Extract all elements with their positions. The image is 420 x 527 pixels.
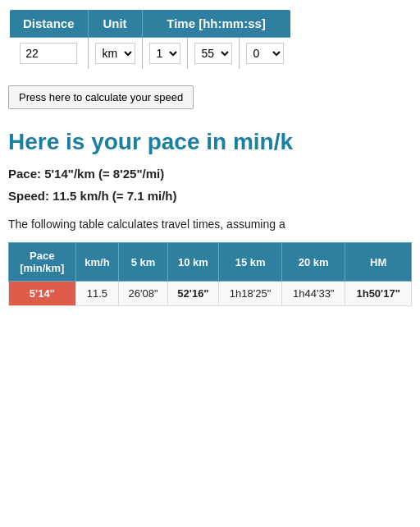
table-cell: 5'14" [9, 282, 76, 306]
input-table: Distance Unit Time [hh:mm:ss] km mi 0 1 … [8, 8, 292, 71]
results-table: Pace [min/km] km/h 5 km 10 km 15 km 20 k… [8, 242, 412, 306]
distance-cell [9, 38, 88, 71]
hours-cell: 0 1 2 3 [142, 38, 187, 71]
minutes-select[interactable]: 0 5 10 15 20 25 30 35 40 45 50 55 [194, 43, 232, 64]
hours-select[interactable]: 0 1 2 3 [149, 43, 180, 64]
pace-line: Pace: 5'14"/km (= 8'25"/mi) [0, 162, 420, 184]
distance-header: Distance [9, 9, 88, 38]
col-header-kmh: km/h [75, 243, 119, 282]
table-cell: 52'16" [167, 282, 218, 306]
table-cell: 1h18'25" [219, 282, 282, 306]
table-cell: 11.5 [75, 282, 119, 306]
time-header: Time [hh:mm:ss] [142, 9, 291, 38]
table-cell: 1h50'17" [345, 282, 412, 306]
unit-header: Unit [88, 9, 142, 38]
speed-line: Speed: 11.5 km/h (= 7.1 mi/h) [0, 184, 420, 206]
minutes-cell: 0 5 10 15 20 25 30 35 40 45 50 55 [187, 38, 239, 71]
description-text: The following table calculates travel ti… [0, 206, 420, 237]
seconds-select[interactable]: 0 5 10 15 20 25 30 35 40 45 50 55 [246, 43, 284, 64]
calculate-button[interactable]: Press here to calculate your speed [8, 85, 194, 109]
table-row: 5'14"11.526'08"52'16"1h18'25"1h44'33"1h5… [9, 282, 412, 306]
col-header-5km: 5 km [119, 243, 168, 282]
distance-input[interactable] [20, 43, 77, 64]
table-cell: 26'08" [119, 282, 168, 306]
result-heading: Here is your pace in min/k [0, 121, 420, 162]
unit-cell: km mi [88, 38, 142, 71]
col-header-15km: 15 km [219, 243, 282, 282]
col-header-pace: Pace [min/km] [9, 243, 76, 282]
col-header-hm: HM [345, 243, 412, 282]
unit-select[interactable]: km mi [95, 43, 135, 64]
table-cell: 1h44'33" [282, 282, 345, 306]
col-header-10km: 10 km [167, 243, 218, 282]
seconds-cell: 0 5 10 15 20 25 30 35 40 45 50 55 [239, 38, 291, 71]
col-header-20km: 20 km [282, 243, 345, 282]
